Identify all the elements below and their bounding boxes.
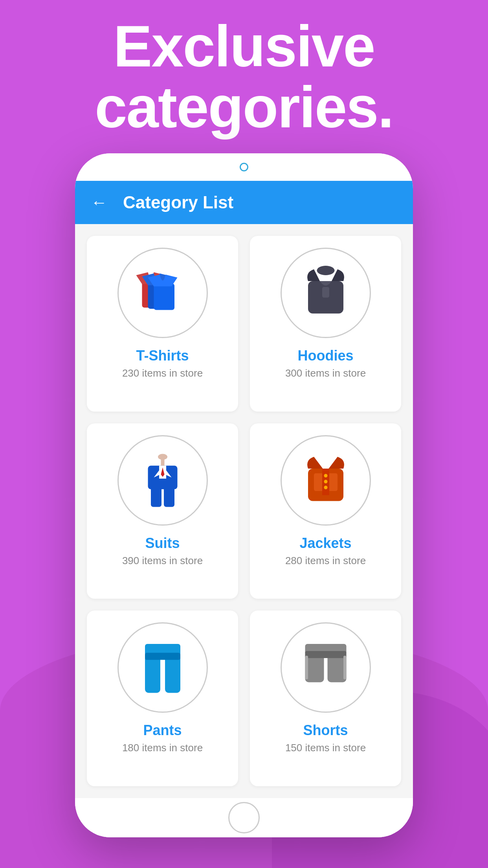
category-card-shorts[interactable]: Shorts 150 items in store	[250, 611, 401, 786]
category-grid: T-Shirts 230 items in store Hoodies 300 …	[75, 224, 413, 798]
back-button[interactable]: ←	[91, 193, 107, 212]
category-image-hoodies	[281, 248, 371, 338]
category-image-tshirts	[117, 248, 208, 338]
phone-mockup: ← Category List T-Shirts 230 items in st…	[75, 153, 413, 837]
category-image-pants	[117, 622, 208, 713]
screen-title: Category List	[123, 193, 233, 212]
category-count-hoodies: 300 items in store	[285, 367, 366, 379]
phone-camera	[240, 163, 248, 171]
category-name-suits: Suits	[145, 535, 180, 552]
home-indicator[interactable]	[228, 802, 260, 833]
category-card-jackets[interactable]: Jackets 280 items in store	[250, 423, 401, 599]
category-count-jackets: 280 items in store	[285, 555, 366, 567]
category-name-hoodies: Hoodies	[297, 348, 353, 364]
phone-bottom-bar	[75, 798, 413, 837]
category-name-tshirts: T-Shirts	[136, 348, 189, 364]
category-name-jackets: Jackets	[299, 535, 351, 552]
category-name-pants: Pants	[143, 722, 182, 739]
category-image-jackets	[281, 435, 371, 526]
category-count-tshirts: 230 items in store	[122, 367, 203, 379]
category-image-shorts	[281, 622, 371, 713]
category-count-suits: 390 items in store	[122, 555, 203, 567]
category-card-tshirts[interactable]: T-Shirts 230 items in store	[87, 236, 238, 412]
category-card-suits[interactable]: Suits 390 items in store	[87, 423, 238, 599]
page-headline: Exclusive categories.	[0, 16, 488, 138]
app-header: ← Category List	[75, 181, 413, 224]
category-card-hoodies[interactable]: Hoodies 300 items in store	[250, 236, 401, 412]
category-count-shorts: 150 items in store	[285, 742, 366, 754]
category-name-shorts: Shorts	[303, 722, 348, 739]
phone-top-bar	[75, 153, 413, 181]
category-image-suits	[117, 435, 208, 526]
category-count-pants: 180 items in store	[122, 742, 203, 754]
category-card-pants[interactable]: Pants 180 items in store	[87, 611, 238, 786]
